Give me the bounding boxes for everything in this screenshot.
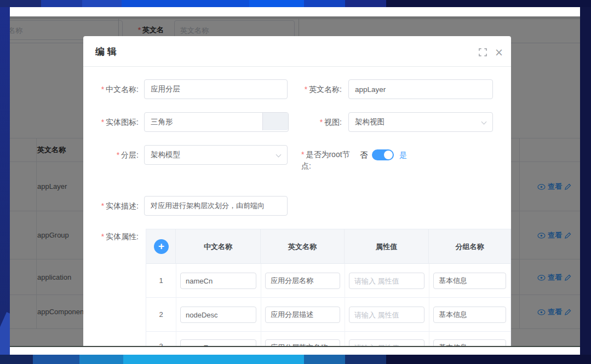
required-mark: * bbox=[101, 85, 104, 94]
view-label: *视图: bbox=[264, 112, 342, 132]
entity-desc-label: *实体描述: bbox=[83, 196, 139, 216]
cell-border bbox=[429, 264, 429, 298]
decor-left-band bbox=[0, 7, 10, 355]
view-select[interactable]: 架构视图 bbox=[348, 112, 493, 132]
required-mark: * bbox=[117, 151, 119, 159]
cell-border bbox=[261, 264, 261, 298]
view-select-value: 架构视图 bbox=[355, 118, 385, 126]
decor-top-band bbox=[345, 0, 386, 7]
row-index: 1 bbox=[146, 264, 176, 298]
layer-select-value: 架构模型 bbox=[151, 151, 180, 159]
name-en-input[interactable] bbox=[348, 79, 493, 99]
name-cn-label: *中文名称: bbox=[83, 79, 139, 99]
decor-top-band bbox=[249, 0, 304, 7]
decor-right-band bbox=[580, 7, 591, 355]
row-index: 3 bbox=[146, 332, 176, 346]
attr-group-input[interactable] bbox=[433, 307, 506, 323]
add-column-header: + bbox=[146, 229, 176, 264]
col-header-cn-name: 中文名称 bbox=[176, 229, 261, 264]
entity-attrs-label: *实体属性: bbox=[83, 227, 139, 246]
attributes-table: + 中文名称 英文名称 属性值 分组名称 1 bbox=[146, 229, 511, 346]
switch-off-text: 否 bbox=[360, 149, 368, 160]
attr-value-input[interactable] bbox=[349, 273, 424, 289]
decor-diagonal bbox=[0, 312, 10, 355]
dialog-header: 编辑 × bbox=[83, 36, 511, 67]
cell-border bbox=[429, 332, 429, 346]
cell-border bbox=[345, 264, 345, 298]
cell-border bbox=[176, 332, 176, 346]
switch-on-text: 是 bbox=[399, 149, 407, 160]
layer-select[interactable]: 架构模型 bbox=[144, 145, 288, 165]
decor-bottom-band bbox=[123, 355, 304, 364]
attr-cn-input[interactable] bbox=[180, 307, 256, 323]
attr-cn-input[interactable] bbox=[180, 273, 256, 289]
attribute-row: 2 bbox=[146, 298, 510, 332]
attr-group-input[interactable] bbox=[433, 339, 506, 346]
decor-top-band bbox=[122, 0, 249, 7]
entity-icon-label: *实体图标: bbox=[83, 112, 139, 132]
toggle-knob bbox=[384, 151, 393, 159]
close-icon[interactable]: × bbox=[495, 48, 503, 57]
edit-dialog: 编辑 × *中文名称: *英文名称: *实体图标: bbox=[83, 36, 511, 346]
is-root-toggle[interactable] bbox=[372, 149, 394, 160]
fullscreen-icon[interactable] bbox=[479, 48, 487, 57]
decor-top-band bbox=[82, 0, 122, 7]
attr-cn-input[interactable] bbox=[180, 339, 256, 346]
row-index: 2 bbox=[146, 298, 176, 332]
decor-bottom-band bbox=[304, 355, 345, 364]
required-mark: * bbox=[301, 150, 304, 159]
attribute-row: 3 bbox=[146, 332, 510, 346]
add-attribute-button[interactable]: + bbox=[154, 239, 169, 254]
col-header-group-name: 分组名称 bbox=[429, 229, 510, 264]
name-en-label: *英文名称: bbox=[264, 79, 342, 99]
required-mark: * bbox=[305, 85, 307, 94]
attr-en-input[interactable] bbox=[265, 339, 340, 346]
page-viewport: *英文名 英文名称 appLayer appGroup application … bbox=[10, 16, 580, 346]
cell-border bbox=[261, 332, 261, 346]
decor-top-band bbox=[386, 0, 591, 7]
decor-top-band bbox=[41, 0, 82, 7]
cell-border bbox=[429, 298, 429, 332]
attribute-row: 1 bbox=[146, 264, 510, 298]
is-root-label: *是否为root节点: bbox=[301, 149, 357, 172]
cell-border bbox=[176, 298, 176, 332]
attr-en-input[interactable] bbox=[265, 273, 340, 289]
cell-border bbox=[261, 298, 261, 332]
decor-top-band bbox=[304, 0, 345, 7]
entity-desc-input[interactable] bbox=[144, 196, 288, 216]
layer-label: *分层: bbox=[83, 145, 139, 165]
decor-bottom-band bbox=[386, 355, 591, 364]
col-header-attr-value: 属性值 bbox=[345, 229, 429, 264]
decor-bottom-band bbox=[79, 355, 123, 364]
cell-border bbox=[345, 332, 345, 346]
attr-value-input[interactable] bbox=[349, 339, 424, 346]
decor-bottom-band bbox=[33, 355, 79, 364]
required-mark: * bbox=[101, 201, 104, 210]
attr-en-input[interactable] bbox=[265, 307, 340, 323]
cell-border bbox=[176, 264, 176, 298]
window-bottom-strip bbox=[10, 346, 580, 355]
dialog-title: 编辑 bbox=[95, 45, 119, 58]
chevron-down-icon bbox=[276, 152, 282, 158]
cell-border bbox=[345, 298, 345, 332]
required-mark: * bbox=[101, 232, 104, 241]
required-mark: * bbox=[101, 118, 104, 126]
decor-bottom-band bbox=[0, 355, 33, 364]
decor-bottom-band bbox=[345, 355, 386, 364]
attributes-table-header: + 中文名称 英文名称 属性值 分组名称 bbox=[146, 229, 510, 264]
app-window: *英文名 英文名称 appLayer appGroup application … bbox=[10, 7, 580, 355]
chevron-down-icon bbox=[481, 119, 487, 125]
col-header-en-name: 英文名称 bbox=[261, 229, 345, 264]
attr-group-input[interactable] bbox=[433, 273, 506, 289]
attr-value-input[interactable] bbox=[349, 307, 424, 323]
required-mark: * bbox=[320, 118, 323, 126]
decor-top-band bbox=[0, 0, 41, 7]
